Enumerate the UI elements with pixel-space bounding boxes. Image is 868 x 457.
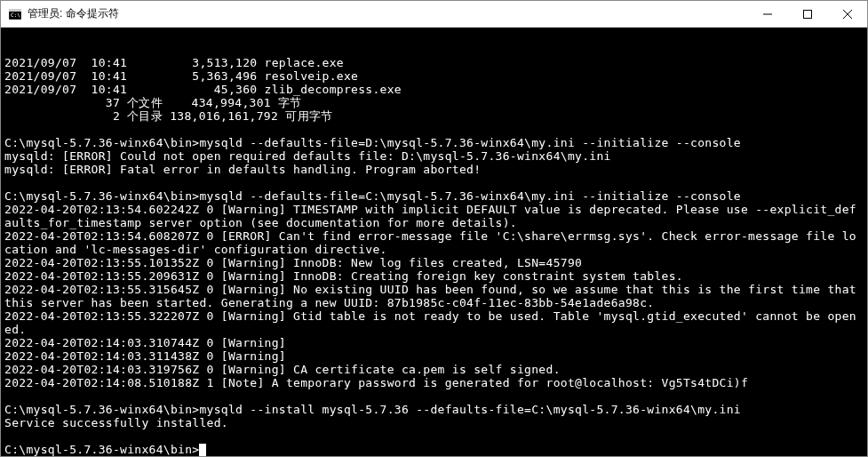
command-prompt-window: C:\ 管理员: 命令提示符 2021/09/07 10:41 3,513,12… (0, 0, 868, 457)
terminal-line: mysqld: [ERROR] Could not open required … (4, 149, 864, 163)
terminal-line (4, 389, 864, 403)
terminal-line: 2022-04-20T02:14:08.510188Z 1 [Note] A t… (4, 376, 864, 389)
cursor (199, 444, 206, 456)
terminal-line: C:\mysql-5.7.36-winx64\bin> (4, 443, 864, 456)
terminal-line: 2 个目录 138,016,161,792 可用字节 (4, 109, 864, 123)
terminal-line: 2022-04-20T02:14:03.319756Z 0 [Warning] … (4, 363, 864, 376)
terminal-line: C:\mysql-5.7.36-winx64\bin>mysqld --defa… (4, 189, 864, 203)
close-button[interactable] (827, 1, 867, 27)
window-title: 管理员: 命令提示符 (28, 6, 747, 21)
terminal-line (4, 429, 864, 443)
terminal-line (4, 176, 864, 189)
maximize-button[interactable] (787, 1, 827, 27)
terminal-line: mysqld: [ERROR] Fatal error in defaults … (4, 163, 864, 176)
terminal-line: 2022-04-20T02:13:55.322207Z 0 [Warning] … (4, 309, 864, 336)
terminal-line: 2021/09/07 10:41 45,360 zlib_decompress.… (4, 83, 864, 96)
window-controls (747, 1, 867, 27)
terminal-line: C:\mysql-5.7.36-winx64\bin>mysqld --inst… (4, 403, 864, 416)
terminal-line: 37 个文件 434,994,301 字节 (4, 96, 864, 109)
terminal-output[interactable]: 2021/09/07 10:41 3,513,120 replace.exe20… (1, 28, 867, 456)
terminal-line: 2022-04-20T02:13:55.209631Z 0 [Warning] … (4, 269, 864, 283)
terminal-line: C:\mysql-5.7.36-winx64\bin>mysqld --defa… (4, 136, 864, 149)
terminal-line: 2022-04-20T02:13:54.602242Z 0 [Warning] … (4, 203, 864, 229)
terminal-line: 2022-04-20T02:14:03.311438Z 0 [Warning] (4, 349, 864, 363)
terminal-line: Service successfully installed. (4, 416, 864, 429)
terminal-line (4, 123, 864, 136)
terminal-line: 2021/09/07 10:41 3,513,120 replace.exe (4, 56, 864, 69)
svg-rect-4 (803, 10, 811, 18)
app-icon: C:\ (8, 7, 22, 21)
svg-text:C:\: C:\ (11, 12, 20, 18)
terminal-line: 2022-04-20T02:13:55.101352Z 0 [Warning] … (4, 256, 864, 269)
terminal-line: 2022-04-20T02:13:55.315645Z 0 [Warning] … (4, 283, 864, 309)
minimize-button[interactable] (747, 1, 787, 27)
terminal-line: 2022-04-20T02:14:03.310744Z 0 [Warning] (4, 336, 864, 349)
titlebar: C:\ 管理员: 命令提示符 (1, 1, 867, 28)
terminal-line: 2022-04-20T02:13:54.608207Z 0 [ERROR] Ca… (4, 229, 864, 256)
terminal-line: 2021/09/07 10:41 5,363,496 resolveip.exe (4, 69, 864, 83)
